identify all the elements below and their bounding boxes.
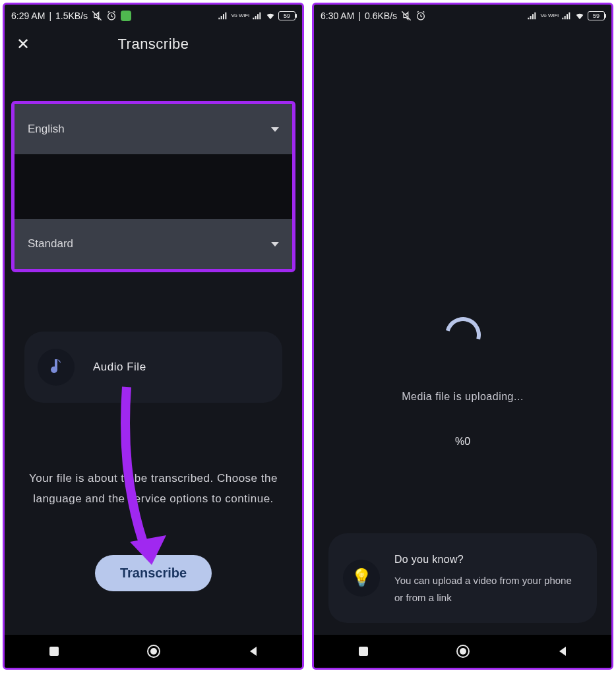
file-icon-circle xyxy=(38,349,75,386)
wifi-icon xyxy=(265,11,276,21)
status-bar: 6:29 AM | 1.5KB/s Vo WiFi 59 xyxy=(5,5,302,27)
nav-recent-icon[interactable] xyxy=(48,645,60,657)
signal-icon-2 xyxy=(252,11,262,21)
tip-text-block: Do you know? You can upload a video from… xyxy=(394,550,582,606)
nav-back-icon[interactable] xyxy=(557,645,569,657)
status-time: 6:30 AM xyxy=(321,11,354,21)
nav-home-icon[interactable] xyxy=(146,644,161,659)
upload-percent: %0 xyxy=(455,436,470,448)
tip-body: You can upload a video from your phone o… xyxy=(394,572,582,606)
signal-icon-2 xyxy=(561,11,572,21)
svg-rect-1 xyxy=(49,647,59,656)
status-speed: 0.6KB/s xyxy=(365,11,397,21)
service-dropdown[interactable]: Standard xyxy=(15,219,292,269)
svg-point-7 xyxy=(460,648,466,655)
chevron-down-icon xyxy=(271,242,279,247)
music-note-icon xyxy=(48,358,64,376)
signal-icon xyxy=(218,11,228,21)
status-speed: 1.5KB/s xyxy=(55,11,88,21)
status-time: 6:29 AM xyxy=(11,11,45,21)
svg-rect-5 xyxy=(359,647,368,656)
title-bar: ✕ Transcribe xyxy=(5,27,302,61)
service-value: Standard xyxy=(28,237,73,250)
language-dropdown[interactable]: English xyxy=(15,104,292,154)
phone-screenshot-2: 6:30 AM | 0.6KB/s Vo WiFi 59 Media file … xyxy=(312,3,613,670)
content-area: English Standard Audio File Your file is… xyxy=(5,61,302,635)
instruction-text: Your file is about to be transcribed. Ch… xyxy=(19,469,288,509)
status-left: 6:29 AM | 1.5KB/s xyxy=(11,11,131,21)
battery-icon: 59 xyxy=(278,11,295,20)
vowifi-label: Vo WiFi xyxy=(540,13,559,18)
close-icon[interactable]: ✕ xyxy=(16,35,30,53)
file-label: Audio File xyxy=(93,361,146,374)
alarm-icon xyxy=(416,11,426,21)
nav-back-icon[interactable] xyxy=(247,645,259,657)
upload-text: Media file is uploading... xyxy=(402,391,524,403)
status-right: Vo WiFi 59 xyxy=(527,11,605,21)
upload-status: Media file is uploading... %0 xyxy=(321,317,605,448)
nav-bar xyxy=(5,635,302,668)
status-separator: | xyxy=(49,11,51,21)
tip-title: Do you know? xyxy=(394,550,582,568)
nav-recent-icon[interactable] xyxy=(357,645,369,657)
phone-screenshot-1: 6:29 AM | 1.5KB/s Vo WiFi 59 ✕ Transcrib… xyxy=(3,3,304,670)
page-title: Transcribe xyxy=(117,36,189,53)
battery-icon: 59 xyxy=(588,11,605,20)
content-area: Media file is uploading... %0 💡 Do you k… xyxy=(314,27,611,635)
wifi-icon xyxy=(574,11,585,21)
signal-icon xyxy=(527,11,538,21)
mute-icon xyxy=(401,11,412,21)
status-left: 6:30 AM | 0.6KB/s xyxy=(321,11,426,21)
mute-icon xyxy=(92,11,102,21)
status-separator: | xyxy=(358,11,361,21)
nav-home-icon[interactable] xyxy=(456,644,470,659)
alarm-icon xyxy=(106,11,117,21)
status-bar: 6:30 AM | 0.6KB/s Vo WiFi 59 xyxy=(314,5,611,27)
chevron-down-icon xyxy=(271,127,279,132)
highlighted-dropdowns: English Standard xyxy=(11,101,295,272)
audio-file-card[interactable]: Audio File xyxy=(24,332,282,403)
language-value: English xyxy=(28,123,65,136)
app-indicator-icon xyxy=(121,11,131,21)
lightbulb-icon: 💡 xyxy=(351,568,372,588)
tip-card: 💡 Do you know? You can upload a video fr… xyxy=(328,533,597,623)
spinner-icon xyxy=(439,310,487,359)
bulb-circle: 💡 xyxy=(343,560,380,597)
transcribe-button[interactable]: Transcribe xyxy=(95,555,212,591)
status-right: Vo WiFi 59 xyxy=(218,11,295,21)
svg-point-3 xyxy=(150,648,157,655)
dropdown-gap xyxy=(15,154,292,219)
vowifi-label: Vo WiFi xyxy=(231,13,249,18)
nav-bar xyxy=(314,635,611,668)
